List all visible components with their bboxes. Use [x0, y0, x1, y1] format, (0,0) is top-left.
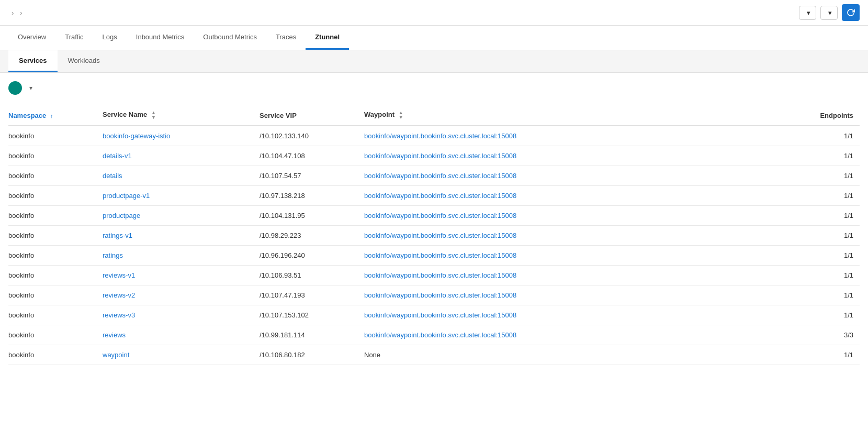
- cell-service-vip: /10.106.93.51: [260, 266, 364, 285]
- cell-service-name[interactable]: reviews-v2: [103, 285, 260, 305]
- tab-outbound-metrics[interactable]: Outbound Metrics: [194, 26, 266, 50]
- cell-endpoints: 1/1: [797, 166, 860, 186]
- cell-endpoints: 1/1: [797, 285, 860, 305]
- cell-namespace: bookinfo: [8, 305, 103, 325]
- breadcrumb-sep-2: ›: [20, 9, 22, 17]
- cell-namespace: bookinfo: [8, 126, 103, 146]
- col-header-service-name[interactable]: Service Name ▲▼: [103, 105, 260, 126]
- cell-endpoints: 1/1: [797, 246, 860, 266]
- cell-service-vip: /10.106.80.182: [260, 345, 364, 365]
- cell-namespace: bookinfo: [8, 266, 103, 285]
- cell-service-name[interactable]: reviews: [103, 325, 260, 345]
- table-row: bookinfo details-v1 /10.104.47.108 booki…: [8, 146, 860, 166]
- cell-waypoint[interactable]: bookinfo/waypoint.bookinfo.svc.cluster.l…: [364, 166, 797, 186]
- sub-tabs: Services Workloads: [0, 50, 868, 73]
- content-area: ▾ Namespace ↑ Service Name ▲▼ Service VI…: [0, 73, 868, 373]
- cell-namespace: bookinfo: [8, 345, 103, 365]
- chevron-down-icon-pause: ▾: [828, 9, 832, 17]
- refresh-icon: [847, 8, 855, 17]
- cell-service-vip: /10.107.47.193: [260, 285, 364, 305]
- cell-service-name[interactable]: productpage: [103, 206, 260, 226]
- col-header-service-vip: Service VIP: [260, 105, 364, 126]
- table-row: bookinfo reviews-v1 /10.106.93.51 bookin…: [8, 266, 860, 285]
- cell-waypoint: None: [364, 345, 797, 365]
- cell-waypoint[interactable]: bookinfo/waypoint.bookinfo.svc.cluster.l…: [364, 186, 797, 206]
- cell-waypoint[interactable]: bookinfo/waypoint.bookinfo.svc.cluster.l…: [364, 226, 797, 246]
- cell-service-name[interactable]: details-v1: [103, 146, 260, 166]
- cell-waypoint[interactable]: bookinfo/waypoint.bookinfo.svc.cluster.l…: [364, 126, 797, 146]
- cell-namespace: bookinfo: [8, 146, 103, 166]
- pod-dropdown[interactable]: ▾: [26, 84, 32, 92]
- cell-waypoint[interactable]: bookinfo/waypoint.bookinfo.svc.cluster.l…: [364, 146, 797, 166]
- cell-namespace: bookinfo: [8, 206, 103, 226]
- cell-waypoint[interactable]: bookinfo/waypoint.bookinfo.svc.cluster.l…: [364, 266, 797, 285]
- table-row: bookinfo productpage /10.104.131.95 book…: [8, 206, 860, 226]
- tab-traces[interactable]: Traces: [266, 26, 306, 50]
- breadcrumb-sep-1: ›: [12, 9, 14, 17]
- col-header-endpoints: Endpoints: [797, 105, 860, 126]
- sort-both-icon-wp: ▲▼: [399, 111, 403, 120]
- tab-ztunnel[interactable]: Ztunnel: [306, 26, 349, 50]
- table-row: bookinfo reviews /10.99.181.114 bookinfo…: [8, 325, 860, 345]
- top-controls: ▾ ▾: [799, 4, 860, 21]
- cell-service-name[interactable]: waypoint: [103, 345, 260, 365]
- breadcrumb: › ›: [8, 9, 26, 17]
- cell-service-name[interactable]: ratings-v1: [103, 226, 260, 246]
- cell-service-vip: /10.98.29.223: [260, 226, 364, 246]
- table-row: bookinfo ratings /10.96.196.240 bookinfo…: [8, 246, 860, 266]
- tab-traffic[interactable]: Traffic: [55, 26, 93, 50]
- cell-endpoints: 1/1: [797, 126, 860, 146]
- cell-service-name[interactable]: reviews-v1: [103, 266, 260, 285]
- tab-overview[interactable]: Overview: [8, 26, 55, 50]
- cell-service-name[interactable]: ratings: [103, 246, 260, 266]
- cell-service-vip: /10.96.196.240: [260, 246, 364, 266]
- cell-service-vip: /10.104.131.95: [260, 206, 364, 226]
- cell-namespace: bookinfo: [8, 325, 103, 345]
- table-row: bookinfo reviews-v3 /10.107.153.102 book…: [8, 305, 860, 325]
- cell-waypoint[interactable]: bookinfo/waypoint.bookinfo.svc.cluster.l…: [364, 285, 797, 305]
- cell-endpoints: 1/1: [797, 266, 860, 285]
- tab-inbound-metrics[interactable]: Inbound Metrics: [127, 26, 194, 50]
- cell-service-vip: /10.102.133.140: [260, 126, 364, 146]
- cell-namespace: bookinfo: [8, 226, 103, 246]
- refresh-button[interactable]: [842, 4, 860, 21]
- cell-service-vip: /10.107.153.102: [260, 305, 364, 325]
- nav-tabs: Overview Traffic Logs Inbound Metrics Ou…: [0, 26, 868, 50]
- cell-service-vip: /10.107.54.57: [260, 166, 364, 186]
- cell-endpoints: 3/3: [797, 325, 860, 345]
- cell-namespace: bookinfo: [8, 186, 103, 206]
- tab-logs[interactable]: Logs: [93, 26, 127, 50]
- cell-service-name[interactable]: reviews-v3: [103, 305, 260, 325]
- cell-waypoint[interactable]: bookinfo/waypoint.bookinfo.svc.cluster.l…: [364, 246, 797, 266]
- cell-waypoint[interactable]: bookinfo/waypoint.bookinfo.svc.cluster.l…: [364, 305, 797, 325]
- cell-namespace: bookinfo: [8, 166, 103, 186]
- col-header-waypoint[interactable]: Waypoint ▲▼: [364, 105, 797, 126]
- cell-endpoints: 1/1: [797, 146, 860, 166]
- sort-asc-icon: ↑: [50, 113, 53, 119]
- pod-badge: [8, 81, 22, 95]
- time-range-selector[interactable]: ▾: [799, 6, 816, 20]
- table-row: bookinfo ratings-v1 /10.98.29.223 bookin…: [8, 226, 860, 246]
- services-table: Namespace ↑ Service Name ▲▼ Service VIP …: [8, 105, 860, 365]
- top-bar: › › ▾ ▾: [0, 0, 868, 26]
- sub-tab-services[interactable]: Services: [8, 50, 58, 72]
- table-row: bookinfo details /10.107.54.57 bookinfo/…: [8, 166, 860, 186]
- sort-both-icon-sn: ▲▼: [151, 111, 156, 120]
- cell-endpoints: 1/1: [797, 345, 860, 365]
- cell-service-vip: /10.104.47.108: [260, 146, 364, 166]
- cell-service-vip: /10.99.181.114: [260, 325, 364, 345]
- cell-waypoint[interactable]: bookinfo/waypoint.bookinfo.svc.cluster.l…: [364, 206, 797, 226]
- sub-tab-workloads[interactable]: Workloads: [58, 50, 110, 72]
- chevron-down-icon: ▾: [807, 9, 810, 17]
- pause-button[interactable]: ▾: [820, 6, 838, 20]
- table-header-row: Namespace ↑ Service Name ▲▼ Service VIP …: [8, 105, 860, 126]
- col-header-namespace[interactable]: Namespace ↑: [8, 105, 103, 126]
- cell-service-name[interactable]: bookinfo-gateway-istio: [103, 126, 260, 146]
- cell-service-vip: /10.97.138.218: [260, 186, 364, 206]
- cell-endpoints: 1/1: [797, 305, 860, 325]
- cell-service-name[interactable]: productpage-v1: [103, 186, 260, 206]
- table-row: bookinfo bookinfo-gateway-istio /10.102.…: [8, 126, 860, 146]
- cell-waypoint[interactable]: bookinfo/waypoint.bookinfo.svc.cluster.l…: [364, 325, 797, 345]
- chevron-down-icon-pod: ▾: [29, 84, 32, 92]
- cell-service-name[interactable]: details: [103, 166, 260, 186]
